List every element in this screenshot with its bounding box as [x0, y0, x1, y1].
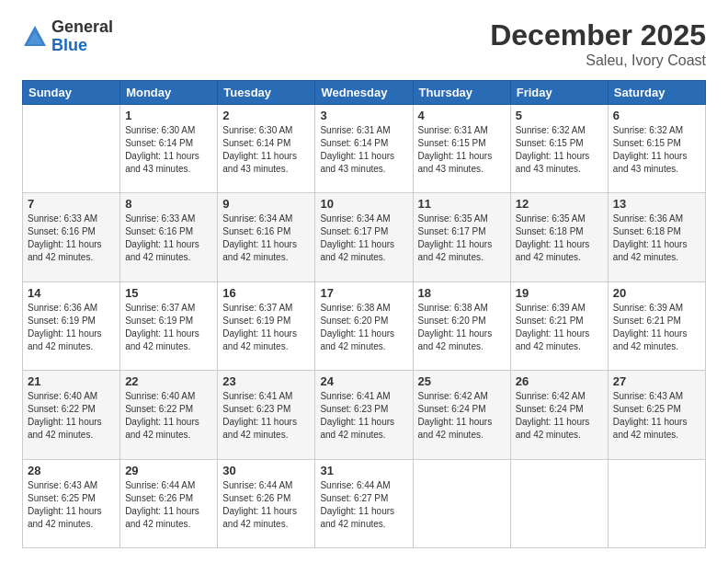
day-number: 25	[418, 374, 506, 388]
sunset-text: Sunset: 6:14 PM	[320, 138, 388, 148]
sunset-text: Sunset: 6:24 PM	[418, 404, 486, 414]
sunrise-text: Sunrise: 6:33 AM	[28, 213, 97, 224]
logo-general: General	[51, 18, 113, 37]
sunset-text: Sunset: 6:18 PM	[613, 226, 681, 236]
sunset-text: Sunset: 6:17 PM	[320, 226, 388, 236]
calendar-cell: 31 Sunrise: 6:44 AM Sunset: 6:27 PM Dayl…	[315, 459, 413, 547]
day-number: 1	[125, 109, 212, 122]
daylight-text: Daylight: 11 hours and 42 minutes.	[516, 417, 590, 440]
day-info: Sunrise: 6:42 AM Sunset: 6:24 PM Dayligh…	[418, 390, 506, 442]
daylight-text: Daylight: 11 hours and 42 minutes.	[613, 239, 688, 262]
day-info: Sunrise: 6:36 AM Sunset: 6:18 PM Dayligh…	[613, 213, 700, 264]
day-number: 28	[28, 464, 115, 477]
day-number: 9	[222, 197, 310, 211]
daylight-text: Daylight: 11 hours and 42 minutes.	[125, 239, 199, 262]
sunset-text: Sunset: 6:15 PM	[613, 138, 681, 148]
calendar-table: Sunday Monday Tuesday Wednesday Thursday…	[22, 80, 706, 548]
day-info: Sunrise: 6:42 AM Sunset: 6:24 PM Dayligh…	[516, 390, 603, 442]
day-number: 7	[28, 197, 115, 211]
day-info: Sunrise: 6:30 AM Sunset: 6:14 PM Dayligh…	[222, 124, 310, 176]
sunset-text: Sunset: 6:18 PM	[516, 226, 584, 236]
daylight-text: Daylight: 11 hours and 43 minutes.	[516, 151, 590, 174]
calendar-cell: 17 Sunrise: 6:38 AM Sunset: 6:20 PM Dayl…	[315, 282, 413, 370]
sunrise-text: Sunrise: 6:35 AM	[516, 213, 586, 224]
calendar-cell	[23, 105, 120, 193]
sunrise-text: Sunrise: 6:43 AM	[28, 480, 97, 490]
calendar-cell	[413, 459, 510, 547]
calendar-cell: 2 Sunrise: 6:30 AM Sunset: 6:14 PM Dayli…	[218, 105, 315, 193]
sunset-text: Sunset: 6:22 PM	[125, 404, 193, 414]
day-info: Sunrise: 6:33 AM Sunset: 6:16 PM Dayligh…	[28, 213, 115, 264]
day-info: Sunrise: 6:37 AM Sunset: 6:19 PM Dayligh…	[222, 302, 310, 353]
day-info: Sunrise: 6:39 AM Sunset: 6:21 PM Dayligh…	[516, 302, 603, 353]
sunrise-text: Sunrise: 6:33 AM	[125, 213, 195, 224]
day-number: 30	[222, 464, 310, 477]
day-number: 23	[222, 374, 310, 388]
daylight-text: Daylight: 11 hours and 43 minutes.	[613, 151, 688, 174]
calendar-cell: 5 Sunrise: 6:32 AM Sunset: 6:15 PM Dayli…	[510, 105, 608, 193]
col-monday: Monday	[120, 81, 218, 105]
calendar-cell: 24 Sunrise: 6:41 AM Sunset: 6:23 PM Dayl…	[315, 371, 413, 459]
calendar-cell: 21 Sunrise: 6:40 AM Sunset: 6:22 PM Dayl…	[23, 371, 120, 459]
day-number: 18	[418, 286, 506, 300]
sunrise-text: Sunrise: 6:44 AM	[125, 480, 195, 490]
daylight-text: Daylight: 11 hours and 42 minutes.	[418, 239, 493, 262]
month-title: December 2025	[490, 18, 706, 52]
calendar-cell: 20 Sunrise: 6:39 AM Sunset: 6:21 PM Dayl…	[608, 282, 705, 370]
sunset-text: Sunset: 6:23 PM	[320, 404, 388, 414]
day-info: Sunrise: 6:43 AM Sunset: 6:25 PM Dayligh…	[28, 479, 115, 531]
day-info: Sunrise: 6:39 AM Sunset: 6:21 PM Dayligh…	[613, 302, 700, 353]
sunrise-text: Sunrise: 6:31 AM	[418, 125, 488, 135]
daylight-text: Daylight: 11 hours and 42 minutes.	[320, 328, 394, 351]
day-info: Sunrise: 6:31 AM Sunset: 6:15 PM Dayligh…	[418, 124, 506, 176]
sunset-text: Sunset: 6:21 PM	[613, 316, 681, 326]
calendar-cell: 18 Sunrise: 6:38 AM Sunset: 6:20 PM Dayl…	[413, 282, 510, 370]
day-number: 22	[125, 374, 212, 388]
daylight-text: Daylight: 11 hours and 42 minutes.	[222, 417, 297, 440]
title-block: December 2025 Saleu, Ivory Coast	[490, 18, 706, 69]
day-number: 6	[613, 109, 700, 122]
sunset-text: Sunset: 6:15 PM	[418, 138, 486, 148]
location: Saleu, Ivory Coast	[490, 52, 706, 69]
day-number: 20	[613, 286, 700, 300]
day-info: Sunrise: 6:44 AM Sunset: 6:26 PM Dayligh…	[125, 479, 212, 531]
day-info: Sunrise: 6:44 AM Sunset: 6:27 PM Dayligh…	[320, 479, 407, 531]
logo-icon	[22, 24, 48, 50]
calendar-cell: 6 Sunrise: 6:32 AM Sunset: 6:15 PM Dayli…	[608, 105, 705, 193]
daylight-text: Daylight: 11 hours and 42 minutes.	[516, 328, 590, 351]
day-info: Sunrise: 6:37 AM Sunset: 6:19 PM Dayligh…	[125, 302, 212, 353]
logo-blue: Blue	[51, 37, 113, 55]
day-number: 12	[516, 197, 603, 211]
sunset-text: Sunset: 6:19 PM	[28, 316, 96, 326]
sunrise-text: Sunrise: 6:39 AM	[613, 303, 683, 313]
sunrise-text: Sunrise: 6:41 AM	[320, 391, 390, 401]
sunrise-text: Sunrise: 6:35 AM	[418, 213, 488, 224]
sunrise-text: Sunrise: 6:36 AM	[28, 303, 97, 313]
col-thursday: Thursday	[413, 81, 510, 105]
calendar-cell: 23 Sunrise: 6:41 AM Sunset: 6:23 PM Dayl…	[218, 371, 315, 459]
sunrise-text: Sunrise: 6:32 AM	[613, 125, 683, 135]
sunrise-text: Sunrise: 6:40 AM	[125, 391, 195, 401]
sunrise-text: Sunrise: 6:31 AM	[320, 125, 390, 135]
col-saturday: Saturday	[608, 81, 705, 105]
day-number: 19	[516, 286, 603, 300]
day-info: Sunrise: 6:35 AM Sunset: 6:17 PM Dayligh…	[418, 213, 506, 264]
calendar-cell: 19 Sunrise: 6:39 AM Sunset: 6:21 PM Dayl…	[510, 282, 608, 370]
calendar-cell: 28 Sunrise: 6:43 AM Sunset: 6:25 PM Dayl…	[23, 459, 120, 547]
logo-text: General Blue	[51, 18, 113, 55]
sunrise-text: Sunrise: 6:44 AM	[320, 480, 390, 490]
daylight-text: Daylight: 11 hours and 42 minutes.	[320, 506, 394, 529]
daylight-text: Daylight: 11 hours and 42 minutes.	[418, 417, 493, 440]
calendar-cell: 10 Sunrise: 6:34 AM Sunset: 6:17 PM Dayl…	[315, 193, 413, 282]
calendar-cell: 11 Sunrise: 6:35 AM Sunset: 6:17 PM Dayl…	[413, 193, 510, 282]
day-number: 3	[320, 109, 407, 122]
calendar-cell: 12 Sunrise: 6:35 AM Sunset: 6:18 PM Dayl…	[510, 193, 608, 282]
col-wednesday: Wednesday	[315, 81, 413, 105]
day-info: Sunrise: 6:38 AM Sunset: 6:20 PM Dayligh…	[320, 302, 407, 353]
sunset-text: Sunset: 6:25 PM	[28, 493, 96, 503]
sunrise-text: Sunrise: 6:34 AM	[320, 213, 390, 224]
day-number: 16	[222, 286, 310, 300]
day-info: Sunrise: 6:41 AM Sunset: 6:23 PM Dayligh…	[222, 390, 310, 442]
calendar-cell: 14 Sunrise: 6:36 AM Sunset: 6:19 PM Dayl…	[23, 282, 120, 370]
daylight-text: Daylight: 11 hours and 42 minutes.	[613, 328, 688, 351]
